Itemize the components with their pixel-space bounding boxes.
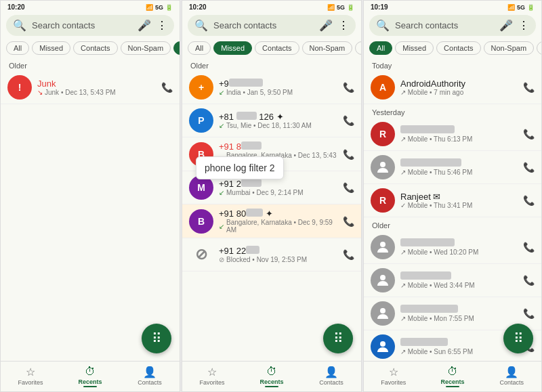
filter-all-1[interactable]: All xyxy=(6,41,29,55)
mic-icon-1[interactable]: 🎤 xyxy=(138,19,151,32)
call-item[interactable]: ↗ Mobile • Wed 10:20 PM 📞 xyxy=(364,231,541,264)
phone-icon-c3[interactable]: 📞 xyxy=(343,149,354,160)
favorites-icon-2: ☆ xyxy=(207,366,217,378)
phone-icon-ranjeet[interactable]: 📞 xyxy=(523,195,535,206)
call-phone-icon-junk[interactable]: 📞 xyxy=(161,82,173,93)
filter-all-3[interactable]: All xyxy=(369,41,392,55)
nav-favorites-2[interactable]: ☆ Favorites xyxy=(182,364,242,389)
phone-icon-c5[interactable]: 📞 xyxy=(343,216,354,227)
nav-favorites-3[interactable]: ☆ Favorites xyxy=(364,364,423,389)
phone-icon-c1[interactable]: 📞 xyxy=(343,82,354,93)
nav-recents-3[interactable]: ⏱ Recents xyxy=(423,364,482,389)
call-detail-c4: ↙ Mumbai • Dec 9, 2:14 PM xyxy=(219,189,337,196)
call-detail-c2: ↙ Tsu, Mie • Dec 18, 11:30 AM xyxy=(219,122,337,129)
battery-icon-1: 🔋 xyxy=(165,4,173,11)
arrow-c6: ⊘ xyxy=(219,256,224,263)
filter-nonspam-3[interactable]: Non-Spam xyxy=(484,41,535,55)
contacts-icon-2: 👤 xyxy=(325,366,338,378)
filter-nonspam-2[interactable]: Non-Spam xyxy=(302,41,353,55)
more-icon-1[interactable]: ⋮ xyxy=(157,19,167,32)
call-detail-o3: ↗ Mobile • Mon 7:55 PM xyxy=(400,315,518,322)
call-item[interactable]: ! Junk ↘ Junk • Dec 13, 5:43 PM 📞 xyxy=(1,71,180,104)
search-bar-3[interactable]: 🔍 Search contacts 🎤 ⋮ xyxy=(369,15,536,36)
fab-1[interactable]: ⠿ xyxy=(142,324,171,353)
nav-indicator-2 xyxy=(265,386,278,387)
phone-icon-c4[interactable]: 📞 xyxy=(343,182,354,193)
call-item[interactable]: P +81 126 ✦ ↙ Tsu, Mie • Dec 18, 11:30 A… xyxy=(182,104,361,137)
avatar-androidauthority: A xyxy=(371,75,395,100)
call-name-c1: +9 xyxy=(219,79,337,89)
phone-icon-y2[interactable]: 📞 xyxy=(523,162,535,173)
phone-icon-o3[interactable]: 📞 xyxy=(523,308,535,319)
filter-contacts-3[interactable]: Contacts xyxy=(436,41,480,55)
arrow-c2: ↙ xyxy=(219,122,224,129)
status-bar-1: 10:20 📶 5G 🔋 xyxy=(1,1,180,12)
search-text-3: Search contacts xyxy=(395,20,494,30)
call-name-c5: +91 80 ✦ xyxy=(219,209,337,219)
fab-2[interactable]: ⠿ xyxy=(323,324,353,353)
more-icon-2[interactable]: ⋮ xyxy=(338,19,349,32)
call-name-c3: +91 8 xyxy=(219,141,337,152)
filter-missed-2[interactable]: Missed xyxy=(213,41,252,55)
nav-indicator-1 xyxy=(83,386,97,387)
filter-spam-3[interactable]: Spam xyxy=(537,41,541,55)
fab-3[interactable]: ⠿ xyxy=(503,324,533,353)
filter-nonspam-1[interactable]: Non-Spam xyxy=(121,41,171,55)
call-name-ranjeet: Ranjeet ✉ xyxy=(400,192,518,202)
call-item[interactable]: + +9 ↙ India • Jan 5, 9:50 PM 📞 xyxy=(182,71,361,104)
call-item[interactable]: R ↗ Mobile • Thu 6:13 PM 📞 xyxy=(364,118,541,151)
nav-contacts-2[interactable]: 👤 Contacts xyxy=(301,364,361,389)
more-icon-3[interactable]: ⋮ xyxy=(518,19,529,32)
call-info-o2: ↗ Mobile • Wed 3:44 PM xyxy=(400,271,518,289)
phone-icon-y1[interactable]: 📞 xyxy=(523,129,535,139)
call-item[interactable]: R Ranjeet ✉ ✓ Mobile • Thu 3:41 PM 📞 xyxy=(364,184,541,217)
svg-point-4 xyxy=(380,341,385,347)
section-older-2: Older xyxy=(182,58,361,71)
call-name-c6: +91 22 xyxy=(219,246,337,256)
filter-spam-1[interactable]: Spam xyxy=(173,41,180,55)
filter-missed-3[interactable]: Missed xyxy=(395,41,434,55)
signal-icon-1: 📶 xyxy=(146,4,153,11)
battery-icon-2: 🔋 xyxy=(347,4,354,11)
filter-tabs-2: All Missed Contacts Non-Spam Spam xyxy=(182,39,361,58)
filter-contacts-1[interactable]: Contacts xyxy=(73,41,117,55)
call-list-2: Older + +9 ↙ India • Jan 5, 9:50 PM 📞 P … xyxy=(182,58,361,361)
call-info-c1: +9 ↙ India • Jan 5, 9:50 PM xyxy=(219,79,337,96)
search-bar-1[interactable]: 🔍 Search contacts 🎤 ⋮ xyxy=(6,15,174,36)
call-item[interactable]: B +91 80 ✦ ↙ Bangalore, Karnataka • Dec … xyxy=(182,204,361,238)
phone-icon-o2[interactable]: 📞 xyxy=(523,275,535,286)
avatar-y2 xyxy=(371,155,395,179)
call-item[interactable]: ⊘ +91 22 ⊘ Blocked • Nov 19, 2:53 PM 📞 xyxy=(182,238,361,271)
filter-contacts-2[interactable]: Contacts xyxy=(255,41,299,55)
call-item[interactable]: ↗ Mobile • Wed 3:44 PM 📞 xyxy=(364,264,541,297)
status-bar-2: 10:20 📶 5G 🔋 xyxy=(182,1,361,12)
call-item[interactable]: ↗ Mobile • Thu 5:46 PM 📞 xyxy=(364,151,541,184)
call-info-c2: +81 126 ✦ ↙ Tsu, Mie • Dec 18, 11:30 AM xyxy=(219,112,337,129)
phone-icon-c6[interactable]: 📞 xyxy=(343,249,354,260)
call-name-o2 xyxy=(400,271,518,282)
call-name-o1 xyxy=(400,238,518,248)
phone-icon-c2[interactable]: 📞 xyxy=(343,115,354,126)
nav-recents-2[interactable]: ⏱ Recents xyxy=(242,364,301,389)
favorites-icon-1: ☆ xyxy=(26,366,35,378)
mic-icon-2[interactable]: 🎤 xyxy=(319,19,333,32)
search-icon-3: 🔍 xyxy=(376,19,390,32)
filter-spam-2[interactable]: Spam xyxy=(355,41,361,55)
time-3: 10:19 xyxy=(371,3,388,11)
filter-all-2[interactable]: All xyxy=(188,41,211,55)
phone-icon-aa[interactable]: 📞 xyxy=(523,82,535,93)
nav-favorites-1[interactable]: ☆ Favorites xyxy=(1,364,60,389)
nav-recents-1[interactable]: ⏱ Recents xyxy=(60,364,120,389)
status-icons-1: 📶 5G 🔋 xyxy=(146,4,173,11)
contacts-label-1: Contacts xyxy=(138,379,162,386)
call-item[interactable]: A AndroidAuthority ↗ Mobile • 7 min ago … xyxy=(364,71,541,104)
nav-contacts-3[interactable]: 👤 Contacts xyxy=(482,364,541,389)
mic-icon-3[interactable]: 🎤 xyxy=(499,19,513,32)
recents-icon-3: ⏱ xyxy=(447,366,458,378)
filter-missed-1[interactable]: Missed xyxy=(32,41,70,55)
search-bar-2[interactable]: 🔍 Search contacts 🎤 ⋮ xyxy=(188,15,356,36)
nav-contacts-1[interactable]: 👤 Contacts xyxy=(120,364,180,389)
avatar-c2: P xyxy=(189,108,213,133)
avatar-c5: B xyxy=(189,209,213,234)
phone-icon-o1[interactable]: 📞 xyxy=(523,242,535,253)
